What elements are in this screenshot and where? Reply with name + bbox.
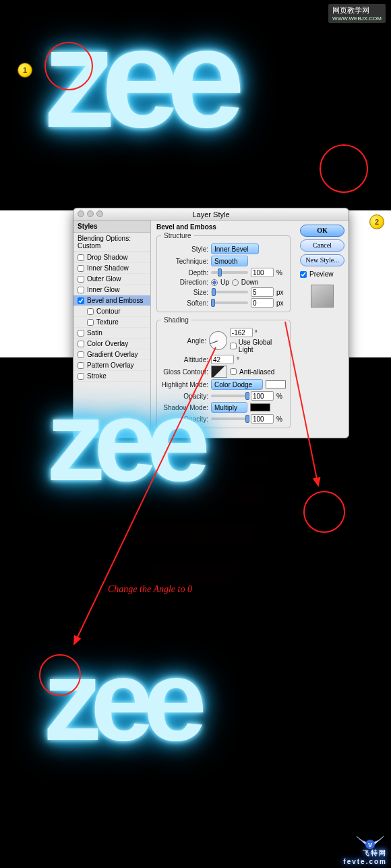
pattern-overlay-checkbox[interactable] [78,362,84,369]
highlight-opacity-slider[interactable] [211,395,248,397]
cancel-button[interactable]: Cancel [300,239,344,252]
gloss-contour-picker[interactable] [211,366,227,378]
dialog-button-column: OK Cancel New Style... Preview [296,221,349,438]
wings-icon: V [353,828,387,851]
shadow-opacity-input[interactable] [251,414,274,424]
soften-input[interactable] [251,298,274,308]
depth-input[interactable] [251,268,274,277]
soften-slider[interactable] [211,301,248,304]
preview-swatch [311,285,334,308]
structure-group: Structure Style: Inner Bevel Technique: … [156,232,291,312]
new-style-button[interactable]: New Style... [300,254,344,266]
outer-glow-checkbox[interactable] [78,276,84,283]
effect-gradient-overlay[interactable]: Gradient Overlay [73,349,150,360]
depth-slider[interactable] [211,271,248,274]
technique-select[interactable]: Smooth [211,256,248,266]
callout-circle-3 [303,491,345,533]
shadow-color-swatch[interactable] [250,403,270,411]
effect-drop-shadow[interactable]: Drop Shadow [73,252,150,263]
effect-inner-glow[interactable]: Inner Glow [73,285,150,295]
effect-texture[interactable]: Texture [73,317,150,328]
marker-1: 1 [18,63,32,78]
highlight-opacity-input[interactable] [251,391,274,401]
effect-pattern-overlay[interactable]: Pattern Overlay [73,360,150,371]
direction-up-radio[interactable] [211,279,218,286]
callout-circle-4 [39,654,81,696]
callout-circle-2 [320,144,368,193]
neon-text-3: zee [44,634,196,766]
shadow-opacity-slider[interactable] [211,417,248,420]
global-light-checkbox[interactable] [230,343,237,349]
drop-shadow-checkbox[interactable] [78,254,84,261]
panel-title: Bevel and Emboss [156,223,291,231]
callout-circle-1 [44,42,93,90]
dialog-titlebar[interactable]: Layer Style [73,208,349,221]
neon-text-2: zee [47,374,200,507]
shadow-mode-select[interactable]: Multiply [211,402,247,413]
highlight-color-swatch[interactable] [266,380,286,388]
structure-legend: Structure [161,232,194,239]
color-overlay-checkbox[interactable] [78,341,84,347]
size-slider[interactable] [211,291,248,293]
effect-satin[interactable]: Satin [73,328,150,339]
size-input[interactable] [251,287,274,297]
svg-text:V: V [368,842,372,848]
effect-inner-shadow[interactable]: Inner Shadow [73,263,150,274]
caption-text: Change the Angle to 0 [108,584,192,595]
preview-checkbox[interactable] [300,271,307,278]
ok-button[interactable]: OK [300,225,344,237]
bevel-emboss-checkbox[interactable] [78,297,84,304]
inner-glow-checkbox[interactable] [78,287,84,293]
window-controls[interactable] [78,210,103,217]
bottom-watermark: V 飞特网 fevte.com [343,828,387,865]
altitude-input[interactable] [211,355,234,364]
inner-shadow-checkbox[interactable] [78,265,84,272]
sidebar-header[interactable]: Styles [73,221,150,233]
preview-row[interactable]: Preview [300,270,344,278]
watermark-brand: 飞特网 [343,848,387,858]
watermark-url: WWW.WEBJX.COM [332,16,382,22]
effect-bevel-emboss[interactable]: Bevel and Emboss [73,295,150,306]
angle-dial[interactable] [209,331,227,350]
effect-outer-glow[interactable]: Outer Glow [73,274,150,285]
shading-legend: Shading [161,316,191,324]
dialog-title: Layer Style [192,210,229,219]
highlight-mode-select[interactable]: Color Dodge [211,379,263,390]
direction-down-radio[interactable] [232,279,239,286]
global-light-row[interactable]: Use Global Light [230,339,286,353]
satin-checkbox[interactable] [78,330,84,337]
marker-2: 2 [369,214,384,229]
effect-color-overlay[interactable]: Color Overlay [73,339,150,349]
blending-options-row[interactable]: Blending Options: Custom [73,233,150,252]
effect-contour[interactable]: Contour [73,306,150,317]
texture-checkbox[interactable] [87,319,94,326]
top-watermark: 网页教学网 WWW.WEBJX.COM [328,4,386,23]
style-select[interactable]: Inner Bevel [211,243,259,254]
angle-input[interactable] [230,328,253,337]
watermark-text: 网页教学网 [332,6,369,14]
antialiased-checkbox[interactable] [230,368,237,375]
contour-checkbox[interactable] [87,308,94,315]
watermark-domain: fevte.com [343,858,387,865]
gradient-overlay-checkbox[interactable] [78,351,84,358]
